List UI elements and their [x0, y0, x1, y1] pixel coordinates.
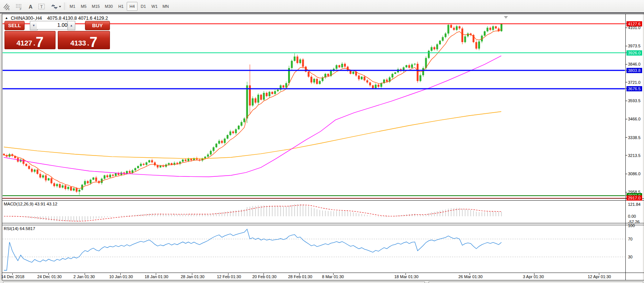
svg-text:F: F	[20, 7, 22, 10]
price-axis-label: 3973.5	[628, 43, 641, 48]
spin-up-icon: ▲	[70, 24, 73, 27]
volume-input[interactable]: 1.00	[37, 21, 69, 29]
fibonacci-glyph: F	[15, 3, 23, 10]
timeframe-button-m1[interactable]: M1	[67, 2, 78, 11]
rsi-axis-label: 70	[628, 236, 632, 242]
price-line-badge: 2917.0	[626, 195, 642, 201]
time-axis-label: 18 Mar 01:30	[394, 274, 419, 279]
time-axis-label: 12 Feb 01:30	[217, 274, 241, 279]
time-axis-label: 20 Feb 01:30	[252, 274, 277, 279]
toolbar: E F A T M1	[0, 0, 644, 13]
text-tool-icon[interactable]: T	[37, 1, 47, 12]
timeframe-button-w1[interactable]: W1	[149, 2, 160, 11]
terminal-panel-edge	[0, 280, 644, 283]
symbol-timeframe-label: CHINA300-,H4	[11, 16, 42, 21]
buy-button[interactable]: BUY	[85, 21, 110, 30]
time-axis-label: 10 Jan 01:30	[109, 274, 133, 279]
rsi-axis-label: 30	[628, 254, 632, 260]
arrows-glyph	[50, 3, 61, 10]
time-axis-tick	[12, 273, 13, 275]
equidistant-channel-tool-icon[interactable]: E	[1, 1, 12, 12]
time-axis-tick	[470, 273, 470, 275]
price-axis-tick	[625, 192, 627, 192]
timeframe-button-m5[interactable]: M5	[78, 2, 89, 11]
macd-axis-label: 121.84	[628, 202, 641, 207]
price-axis-tick	[625, 137, 627, 138]
pane-separator	[2, 273, 644, 273]
timeframe-button-d1[interactable]: D1	[138, 2, 149, 11]
chart-title: CHINA300-,H44075.8 4130.8 4071.6 4129.2	[11, 16, 108, 21]
pane-separator[interactable]	[2, 223, 644, 223]
chart-window-top-border	[0, 12, 644, 13]
buy-button-label: BUY	[92, 23, 103, 28]
timeframe-button-m15[interactable]: M15	[89, 2, 102, 11]
equidistant-channel-glyph: E	[3, 3, 10, 10]
buy-price-pips: 7	[89, 37, 97, 48]
timeframe-button-h4[interactable]: H4	[127, 2, 138, 11]
macd-pane-surface[interactable]	[2, 201, 625, 223]
terminal-subpanel-edge	[3, 282, 425, 283]
price-axis-label: 3846.0	[628, 62, 641, 67]
time-axis-label: 3 Apr 01:30	[523, 274, 544, 279]
buy-price-button[interactable]: 4133 . 7	[58, 31, 110, 49]
price-line-badge: 3803.8	[626, 68, 642, 73]
time-axis-tick	[333, 273, 334, 275]
time-axis-tick	[228, 273, 228, 275]
time-axis-label: 12 Apr 01:30	[588, 274, 611, 279]
buy-price-dot: .	[87, 40, 89, 47]
macd-indicator-label: MACD(12,26,9) 43.91 43.12	[4, 202, 57, 206]
macd-axis-label: 0.00	[628, 214, 636, 219]
sell-button-label: SELL	[8, 23, 21, 28]
sell-price-main: 4127	[16, 40, 32, 47]
one-click-collapse-icon[interactable]: ▲	[5, 16, 8, 20]
sell-price-button[interactable]: 4127 . 7	[4, 31, 56, 49]
price-axis-label: 3086.0	[628, 171, 641, 176]
price-line-badge: 3676.5	[626, 86, 642, 91]
volume-decrease-button[interactable]: ▼	[30, 21, 38, 30]
sell-button[interactable]: SELL	[4, 21, 25, 30]
text-label-tool-icon[interactable]: A	[25, 1, 36, 12]
buy-price-main: 4133	[70, 40, 86, 47]
time-axis-tick	[48, 273, 49, 275]
price-axis-tick	[625, 101, 627, 101]
text-glyph: T	[38, 3, 45, 10]
time-axis-tick	[85, 273, 85, 275]
toolbar-grip[interactable]	[64, 3, 66, 10]
time-axis-tick	[120, 273, 121, 275]
sell-price-pips: 7	[36, 37, 44, 48]
time-axis-label: 28 Feb 01:30	[288, 274, 312, 279]
price-axis-label: 3721.0	[628, 80, 641, 85]
price-axis-label: 3338.5	[628, 135, 641, 140]
fibonacci-tool-icon[interactable]: F	[14, 1, 24, 12]
time-axis-label: 26 Mar 01:30	[458, 274, 483, 279]
time-axis-tick	[263, 273, 264, 275]
time-axis-label: 24 Dec 01:30	[37, 274, 61, 279]
trading-terminal: E F A T M1	[0, 0, 644, 283]
time-axis-label: 8 Mar 01:30	[322, 274, 344, 279]
price-axis-tick	[625, 155, 627, 155]
pane-separator[interactable]	[2, 198, 644, 199]
svg-text:E: E	[8, 7, 10, 10]
timeframe-button-m30[interactable]: M30	[102, 2, 115, 11]
volume-value: 1.00	[57, 22, 67, 28]
time-axis-tick	[599, 273, 599, 275]
price-axis-border	[625, 14, 626, 280]
price-axis-tick	[625, 119, 627, 119]
rsi-axis-label: 100	[628, 223, 635, 228]
time-axis-tick	[534, 273, 534, 275]
sell-price-dot: .	[33, 40, 35, 47]
time-axis-tick	[299, 273, 300, 275]
terminal-subpanel-edge	[429, 282, 643, 283]
time-axis-label: 18 Jan 01:30	[145, 274, 168, 279]
time-axis-tick	[156, 273, 156, 275]
rsi-pane-surface[interactable]	[2, 225, 625, 273]
price-axis-label: 3466.0	[628, 116, 641, 122]
text-label-glyph: A	[29, 4, 32, 10]
timeframe-button-h1[interactable]: H1	[116, 2, 126, 11]
price-line-badge: 3926.0	[626, 50, 642, 56]
timeframe-button-mn[interactable]: MN	[160, 2, 171, 11]
svg-text:T: T	[40, 4, 43, 9]
arrows-tool-icon[interactable]	[48, 1, 63, 12]
time-axis-label: 28 Jan 01:30	[181, 274, 205, 279]
volume-increase-button[interactable]: ▲	[67, 21, 75, 30]
